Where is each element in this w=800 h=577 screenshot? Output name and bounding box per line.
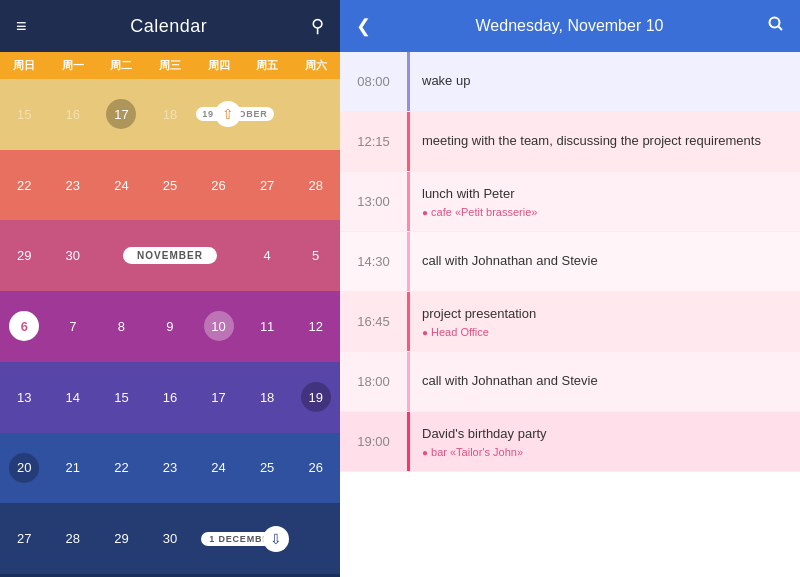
svg-point-0 — [770, 18, 780, 28]
schedule-time: 13:00 — [340, 172, 410, 231]
cal-cell[interactable]: 15 — [0, 79, 49, 150]
schedule-content: project presentation ● Head Office — [410, 292, 800, 351]
schedule-location: ● bar «Tailor's John» — [422, 446, 788, 458]
cal-cell[interactable]: 28 — [49, 503, 98, 574]
cal-cell[interactable]: 21 — [49, 433, 98, 504]
schedule-time: 08:00 — [340, 52, 410, 111]
schedule-content: call with Johnathan and Stevie — [410, 232, 800, 291]
location-pin-icon: ● — [422, 207, 428, 218]
cal-cell[interactable]: 23 — [49, 150, 98, 221]
schedule-item[interactable]: 19:00 David's birthday party ● bar «Tail… — [340, 412, 800, 472]
right-panel: rfulcept nted date to see the etween sce… — [340, 0, 800, 577]
cal-cell[interactable]: 29 — [97, 503, 146, 574]
dow-thu: 周四 — [194, 52, 243, 79]
schedule-item[interactable]: 14:30 call with Johnathan and Stevie — [340, 232, 800, 292]
cal-week-7: 27 28 29 30 1 DECEMBER ⇩ — [0, 503, 340, 574]
dow-sat: 周六 — [291, 52, 340, 79]
calendar-title: Calendar — [130, 16, 207, 37]
cal-cell[interactable]: 8 — [97, 291, 146, 362]
schedule-item[interactable]: 18:00 call with Johnathan and Stevie — [340, 352, 800, 412]
calendar-search-icon[interactable]: ⚲ — [311, 15, 324, 37]
cal-cell[interactable]: 24 — [194, 433, 243, 504]
cal-cell[interactable]: 25 — [146, 150, 195, 221]
schedule-time: 19:00 — [340, 412, 410, 471]
cal-cell[interactable]: 27 — [243, 150, 292, 221]
schedule-title: call with Johnathan and Stevie — [422, 372, 788, 390]
schedule-title: wake up — [422, 72, 788, 90]
schedule-time: 16:45 — [340, 292, 410, 351]
cal-week-3: 29 30 NOVEMBER 4 5 — [0, 220, 340, 291]
menu-icon[interactable]: ≡ — [16, 16, 27, 37]
cal-week-6: 20 21 22 23 24 25 26 — [0, 433, 340, 504]
cal-cell-nov[interactable]: NOVEMBER — [97, 220, 243, 291]
cal-cell[interactable]: 16 — [146, 362, 195, 433]
back-button[interactable]: ❮ — [356, 15, 371, 37]
schedule-search-icon[interactable] — [768, 16, 784, 36]
cal-cell-today[interactable]: 6 — [0, 291, 49, 362]
cal-cell[interactable] — [291, 503, 340, 574]
schedule-time: 18:00 — [340, 352, 410, 411]
schedule-time: 12:15 — [340, 112, 410, 171]
schedule-content: call with Johnathan and Stevie — [410, 352, 800, 411]
dow-tue: 周二 — [97, 52, 146, 79]
cal-cell[interactable]: 4 — [243, 220, 292, 291]
schedule-item[interactable]: 12:15 meeting with the team, discussing … — [340, 112, 800, 172]
cal-cell[interactable]: 27 — [0, 503, 49, 574]
cal-cell[interactable]: 9 — [146, 291, 195, 362]
cal-cell[interactable]: 19 — [291, 362, 340, 433]
calendar-header: ≡ Calendar ⚲ — [0, 0, 340, 52]
schedule-content: lunch with Peter ● cafe «Petit brasserie… — [410, 172, 800, 231]
cal-cell-oct[interactable]: 19 OCTOBER ⇧ — [194, 79, 243, 150]
schedule-list: 08:00 wake up 12:15 meeting with the tea… — [340, 52, 800, 577]
cal-cell[interactable]: 7 — [49, 291, 98, 362]
cal-cell[interactable]: 11 — [243, 291, 292, 362]
cal-cell[interactable]: 18 — [243, 362, 292, 433]
cal-week-5: 13 14 15 16 17 18 19 — [0, 362, 340, 433]
cal-cell[interactable]: 12 — [291, 291, 340, 362]
cal-week-1: 15 16 17 18 19 OCTOBER ⇧ — [0, 79, 340, 150]
schedule-location: ● cafe «Petit brasserie» — [422, 206, 788, 218]
cal-cell[interactable]: 15 — [97, 362, 146, 433]
schedule-title: lunch with Peter — [422, 185, 788, 203]
cal-cell[interactable]: 14 — [49, 362, 98, 433]
cal-cell[interactable]: 26 — [194, 150, 243, 221]
dow-sun: 周日 — [0, 52, 49, 79]
schedule-item[interactable]: 08:00 wake up — [340, 52, 800, 112]
cal-cell[interactable]: 16 — [49, 79, 98, 150]
cal-cell[interactable]: 30 — [49, 220, 98, 291]
cal-cell[interactable] — [291, 79, 340, 150]
dow-mon: 周一 — [49, 52, 98, 79]
cal-cell-dec[interactable]: 1 DECEMBER ⇩ — [194, 503, 291, 574]
schedule-item[interactable]: 13:00 lunch with Peter ● cafe «Petit bra… — [340, 172, 800, 232]
schedule-content: wake up — [410, 52, 800, 111]
location-pin-icon: ● — [422, 327, 428, 338]
svg-line-1 — [779, 27, 783, 31]
cal-cell[interactable]: 24 — [97, 150, 146, 221]
calendar-grid: 15 16 17 18 19 OCTOBER ⇧ 22 23 24 25 26 … — [0, 79, 340, 577]
cal-cell[interactable]: 20 — [0, 433, 49, 504]
cal-cell[interactable]: 13 — [0, 362, 49, 433]
cal-cell[interactable] — [243, 79, 292, 150]
schedule-header: ❮ Wednesday, November 10 — [340, 0, 800, 52]
day-of-week-row: 周日 周一 周二 周三 周四 周五 周六 — [0, 52, 340, 79]
cal-cell[interactable]: 17 — [97, 79, 146, 150]
cal-cell[interactable]: 29 — [0, 220, 49, 291]
cal-cell[interactable]: 25 — [243, 433, 292, 504]
cal-cell[interactable]: 30 — [146, 503, 195, 574]
schedule-location: ● Head Office — [422, 326, 788, 338]
cal-cell[interactable]: 23 — [146, 433, 195, 504]
calendar-panel: ≡ Calendar ⚲ 周日 周一 周二 周三 周四 周五 周六 15 16 … — [0, 0, 340, 577]
schedule-item[interactable]: 16:45 project presentation ● Head Office — [340, 292, 800, 352]
cal-cell[interactable]: 22 — [0, 150, 49, 221]
cal-week-2: 22 23 24 25 26 27 28 — [0, 150, 340, 221]
schedule-content: meeting with the team, discussing the pr… — [410, 112, 800, 171]
schedule-content: David's birthday party ● bar «Tailor's J… — [410, 412, 800, 471]
schedule-title: David's birthday party — [422, 425, 788, 443]
cal-cell[interactable]: 17 — [194, 362, 243, 433]
cal-cell[interactable]: 28 — [291, 150, 340, 221]
cal-cell[interactable]: 26 — [291, 433, 340, 504]
cal-cell[interactable]: 5 — [291, 220, 340, 291]
cal-cell[interactable]: 18 — [146, 79, 195, 150]
cal-cell[interactable]: 22 — [97, 433, 146, 504]
cal-cell-selected[interactable]: 10 — [194, 291, 243, 362]
